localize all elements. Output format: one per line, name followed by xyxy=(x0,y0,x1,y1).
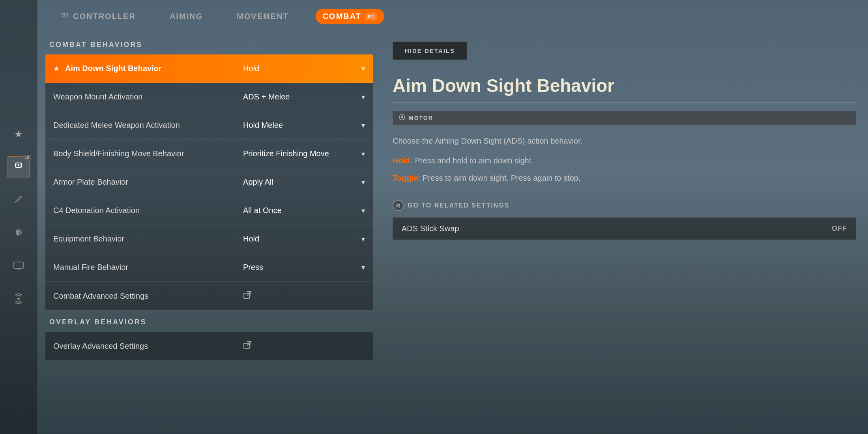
svg-point-2 xyxy=(18,164,19,165)
tab-movement[interactable]: MOVEMENT xyxy=(230,9,296,24)
combat-advanced-external-link xyxy=(243,291,252,301)
svg-rect-8 xyxy=(14,262,23,268)
manual-fire-label-cell: Manual Fire Behavior xyxy=(45,263,235,272)
svg-point-1 xyxy=(17,165,18,166)
ads-stick-value: OFF xyxy=(832,224,847,233)
l2-badge: L2 xyxy=(23,155,31,160)
dedicated-melee-chevron: ▾ xyxy=(361,121,365,130)
sidebar-item-display[interactable] xyxy=(7,256,30,278)
dedicated-melee-value: Hold Melee xyxy=(243,121,283,130)
weapon-mount-label-cell: Weapon Mount Activation xyxy=(45,92,235,101)
manual-fire-value-cell: Press ▾ xyxy=(235,263,373,272)
overlay-behaviors-header: OVERLAY BEHAVIORS xyxy=(45,310,373,332)
setting-row-c4[interactable]: C4 Detonation Activation All at Once ▾ xyxy=(45,196,373,225)
related-settings-header: R GO TO RELATED SETTINGS xyxy=(393,200,856,211)
display-icon xyxy=(13,261,24,272)
armor-plate-value: Apply All xyxy=(243,178,273,187)
overlay-advanced-label-cell: Overlay Advanced Settings xyxy=(45,342,235,351)
tab-aiming[interactable]: AIMING xyxy=(163,9,210,24)
c4-chevron: ▾ xyxy=(361,206,365,215)
edit-icon xyxy=(13,194,24,207)
weapon-mount-label: Weapon Mount Activation xyxy=(53,92,142,101)
ads-stick-label: ADS Stick Swap xyxy=(402,224,459,233)
controller-tab-icon xyxy=(60,12,69,21)
overlay-behaviors-list: Overlay Advanced Settings xyxy=(45,332,373,360)
overlay-advanced-value-cell xyxy=(235,341,373,352)
equipment-value: Hold xyxy=(243,234,259,243)
setting-row-weapon-mount[interactable]: Weapon Mount Activation ADS + Melee ▾ xyxy=(45,83,373,111)
aim-down-sight-value: Hold xyxy=(243,64,259,73)
combat-behaviors-header: COMBAT BEHAVIORS xyxy=(45,33,373,54)
c4-value-cell: All at Once ▾ xyxy=(235,206,373,215)
combat-behaviors-list: ★ Aim Down Sight Behavior Hold ▾ Weapon … xyxy=(45,54,373,310)
content-area: CONTROLLER AIMING MOVEMENT COMBAT R1 COM… xyxy=(37,0,868,434)
settings-column: COMBAT BEHAVIORS ★ Aim Down Sight Behavi… xyxy=(37,33,381,434)
armor-plate-chevron: ▾ xyxy=(361,178,365,187)
dedicated-melee-label: Dedicated Melee Weapon Activation xyxy=(53,121,180,130)
overlay-advanced-label: Overlay Advanced Settings xyxy=(53,342,148,351)
tab-movement-label: MOVEMENT xyxy=(237,12,289,21)
r-badge: R xyxy=(393,200,404,211)
related-settings-row-ads-stick[interactable]: ADS Stick Swap OFF xyxy=(393,217,856,240)
network-icon xyxy=(13,293,24,307)
sidebar-item-edit[interactable] xyxy=(7,189,30,211)
tab-combat[interactable]: COMBAT R1 xyxy=(316,9,384,24)
hold-option-label: Hold: xyxy=(393,156,413,165)
sidebar-item-controller[interactable]: L2 xyxy=(7,156,30,178)
tab-controller[interactable]: CONTROLLER xyxy=(53,9,143,24)
detail-description: Choose the Aiming Down Sight (ADS) actio… xyxy=(393,135,856,147)
dedicated-melee-value-cell: Hold Melee ▾ xyxy=(235,121,373,130)
weapon-mount-value-cell: ADS + Melee ▾ xyxy=(235,92,373,101)
hold-option-text: Press and hold to aim down sight. xyxy=(415,156,533,165)
dedicated-melee-label-cell: Dedicated Melee Weapon Activation xyxy=(45,121,235,130)
body-shield-chevron: ▾ xyxy=(361,150,365,158)
equipment-chevron: ▾ xyxy=(361,235,365,243)
c4-label: C4 Detonation Activation xyxy=(53,206,140,215)
c4-value: All at Once xyxy=(243,206,282,215)
detail-option-toggle: Toggle: Press to aim down sight. Press a… xyxy=(393,172,856,184)
body-shield-label: Body Shield/Finishing Move Behavior xyxy=(53,149,184,158)
motor-badge: MOTOR xyxy=(393,111,856,125)
svg-point-14 xyxy=(64,13,65,14)
tab-combat-label: COMBAT xyxy=(323,12,361,21)
star-icon: ★ xyxy=(14,129,23,140)
aim-down-sight-label-cell: ★ Aim Down Sight Behavior xyxy=(45,64,235,73)
manual-fire-chevron: ▾ xyxy=(361,263,365,272)
sidebar: ★ L2 xyxy=(0,0,37,434)
setting-row-equipment[interactable]: Equipment Behavior Hold ▾ xyxy=(45,225,373,253)
aim-down-sight-star: ★ xyxy=(53,64,60,73)
setting-row-dedicated-melee[interactable]: Dedicated Melee Weapon Activation Hold M… xyxy=(45,111,373,140)
sidebar-item-network[interactable] xyxy=(7,289,30,311)
detail-title: Aim Down Sight Behavior xyxy=(393,76,856,103)
setting-row-combat-advanced[interactable]: Combat Advanced Settings xyxy=(45,282,373,310)
svg-point-13 xyxy=(63,14,64,15)
weapon-mount-chevron: ▾ xyxy=(361,93,365,101)
hide-details-button[interactable]: HIDE DETAILS xyxy=(393,41,467,60)
main-container: ★ L2 xyxy=(0,0,868,434)
setting-row-body-shield[interactable]: Body Shield/Finishing Move Behavior Prio… xyxy=(45,140,373,168)
c4-label-cell: C4 Detonation Activation xyxy=(45,206,235,215)
setting-row-armor-plate[interactable]: Armor Plate Behavior Apply All ▾ xyxy=(45,168,373,196)
armor-plate-label-cell: Armor Plate Behavior xyxy=(45,178,235,187)
sidebar-item-audio[interactable] xyxy=(7,223,30,245)
main-columns: COMBAT BEHAVIORS ★ Aim Down Sight Behavi… xyxy=(37,33,868,434)
svg-marker-7 xyxy=(16,229,19,236)
svg-rect-5 xyxy=(18,165,19,166)
sidebar-item-favorites[interactable]: ★ xyxy=(7,123,30,145)
aim-down-sight-label: Aim Down Sight Behavior xyxy=(65,64,161,73)
manual-fire-label: Manual Fire Behavior xyxy=(53,263,128,272)
detail-option-hold: Hold: Press and hold to aim down sight. xyxy=(393,154,856,167)
svg-point-16 xyxy=(65,14,66,15)
svg-point-4 xyxy=(20,165,21,166)
body-shield-label-cell: Body Shield/Finishing Move Behavior xyxy=(45,149,235,158)
overlay-advanced-external-link xyxy=(243,341,252,352)
equipment-value-cell: Hold ▾ xyxy=(235,234,373,243)
details-column: HIDE DETAILS Aim Down Sight Behavior xyxy=(381,33,868,434)
svg-line-6 xyxy=(21,196,22,197)
setting-row-aim-down-sight[interactable]: ★ Aim Down Sight Behavior Hold ▾ xyxy=(45,54,373,83)
controller-icon xyxy=(12,161,25,173)
setting-row-manual-fire[interactable]: Manual Fire Behavior Press ▾ xyxy=(45,253,373,282)
combat-advanced-value-cell xyxy=(235,291,373,301)
setting-row-overlay-advanced[interactable]: Overlay Advanced Settings xyxy=(45,332,373,360)
r1-badge: R1 xyxy=(365,13,377,20)
